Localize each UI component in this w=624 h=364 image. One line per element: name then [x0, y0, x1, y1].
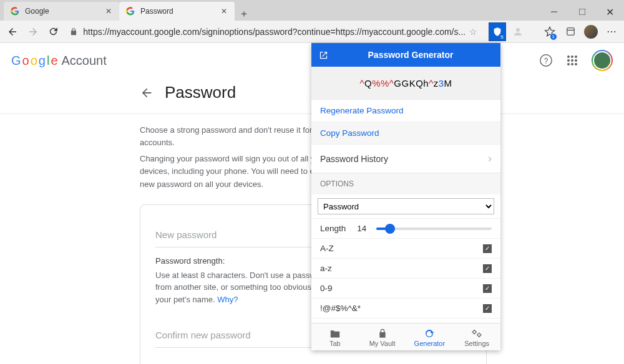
svg-point-12: [575, 59, 577, 62]
extension-button[interactable]: [510, 22, 527, 42]
lock-icon: [69, 27, 78, 36]
refresh-icon: [406, 327, 454, 340]
svg-text:?: ?: [544, 57, 548, 65]
popup-title: Password Generator: [328, 50, 493, 60]
folder-icon: [311, 327, 359, 340]
gears-icon: [453, 327, 500, 340]
svg-point-15: [575, 63, 577, 65]
length-slider[interactable]: [376, 228, 492, 230]
extension-badge: 5: [499, 34, 504, 40]
chevron-right-icon: ›: [488, 152, 492, 165]
regenerate-button[interactable]: Regenerate Password: [311, 99, 500, 122]
window-titlebar: Google ✕ Password ✕ ＋ ✕: [0, 0, 624, 21]
help-icon[interactable]: ?: [539, 54, 553, 67]
option-label: a-z: [320, 264, 332, 273]
google-account-logo[interactable]: Google Account: [11, 54, 107, 68]
window-minimize-button[interactable]: [540, 3, 568, 21]
svg-rect-1: [579, 9, 585, 15]
subtitle-2: Changing your password will sign you out…: [0, 149, 349, 190]
option-label: 0-9: [320, 284, 333, 293]
password-history-button[interactable]: Password History ›: [311, 144, 500, 173]
popup-header: Password Generator: [311, 43, 500, 67]
forward-button[interactable]: [24, 22, 41, 42]
svg-point-13: [567, 63, 570, 65]
checkbox[interactable]: ✓: [483, 284, 492, 293]
svg-point-2: [516, 28, 520, 32]
google-favicon: [10, 6, 20, 16]
browser-tab[interactable]: Google ✕: [4, 2, 119, 21]
nav-generator[interactable]: Generator: [406, 323, 454, 350]
lock-icon: [359, 327, 406, 340]
close-icon[interactable]: ✕: [220, 7, 228, 16]
svg-point-11: [571, 59, 573, 62]
option-row: a-z✓: [311, 258, 500, 278]
svg-point-8: [571, 55, 573, 58]
browser-tab[interactable]: Password ✕: [119, 2, 235, 21]
popout-icon[interactable]: [319, 50, 328, 60]
collections-button[interactable]: [562, 22, 579, 42]
password-generator-popup: Password Generator ^Q%%^GGKQh^z3M Regene…: [311, 43, 500, 350]
option-row: A-Z✓: [311, 238, 500, 258]
window-close-button[interactable]: ✕: [596, 3, 624, 21]
nav-settings[interactable]: Settings: [453, 323, 500, 350]
page-title: Password: [165, 83, 236, 102]
why-link[interactable]: Why?: [217, 295, 238, 304]
length-row: Length 14: [311, 218, 500, 238]
bitwarden-extension-button[interactable]: 5: [489, 22, 505, 41]
brand-suffix: Account: [62, 54, 107, 68]
subtitle-1: Choose a strong password and don't reuse…: [0, 114, 349, 149]
options-label: OPTIONS: [311, 173, 500, 194]
browser-toolbar: https://myaccount.google.com/signinoptio…: [0, 21, 624, 43]
password-type-select[interactable]: Password: [318, 198, 494, 214]
refresh-button[interactable]: [45, 22, 62, 42]
svg-point-9: [575, 55, 577, 58]
account-avatar[interactable]: [592, 50, 613, 71]
svg-point-10: [567, 59, 570, 62]
favorites-button[interactable]: 1: [542, 22, 558, 42]
svg-point-19: [478, 333, 481, 337]
length-value: 14: [357, 224, 366, 233]
checkbox[interactable]: ✓: [483, 304, 492, 313]
profile-button[interactable]: [583, 22, 600, 42]
popup-bottom-nav: TabMy VaultGeneratorSettings: [311, 323, 500, 350]
option-label: A-Z: [320, 244, 334, 253]
nav-my-vault[interactable]: My Vault: [359, 323, 406, 350]
option-label: !@#$%^&*: [320, 304, 361, 313]
url-text: https://myaccount.google.com/signinoptio…: [83, 27, 466, 37]
svg-point-18: [473, 330, 476, 333]
copy-password-button[interactable]: Copy Password: [311, 122, 500, 144]
option-row: 0-9✓: [311, 278, 500, 298]
window-maximize-button[interactable]: [568, 3, 596, 21]
more-button[interactable]: ⋯: [603, 22, 620, 42]
reading-view-icon[interactable]: ☆: [469, 27, 477, 37]
length-label: Length: [320, 224, 346, 233]
checkbox[interactable]: ✓: [483, 244, 492, 253]
tab-label: Password: [140, 7, 220, 16]
option-row: !@#$%^&*✓: [311, 298, 500, 318]
address-bar[interactable]: https://myaccount.google.com/signinoptio…: [66, 22, 485, 41]
close-icon[interactable]: ✕: [104, 7, 113, 16]
svg-rect-3: [567, 28, 574, 35]
new-tab-button[interactable]: ＋: [235, 7, 253, 21]
nav-tab[interactable]: Tab: [311, 323, 359, 350]
back-button[interactable]: [4, 22, 21, 42]
google-favicon: [125, 6, 135, 16]
tab-label: Google: [25, 7, 104, 16]
apps-icon[interactable]: [567, 55, 578, 66]
generated-password: ^Q%%^GGKQh^z3M: [311, 67, 500, 99]
back-arrow-icon[interactable]: [140, 86, 154, 100]
checkbox[interactable]: ✓: [483, 264, 492, 273]
svg-point-14: [571, 63, 573, 65]
svg-point-7: [567, 55, 570, 58]
